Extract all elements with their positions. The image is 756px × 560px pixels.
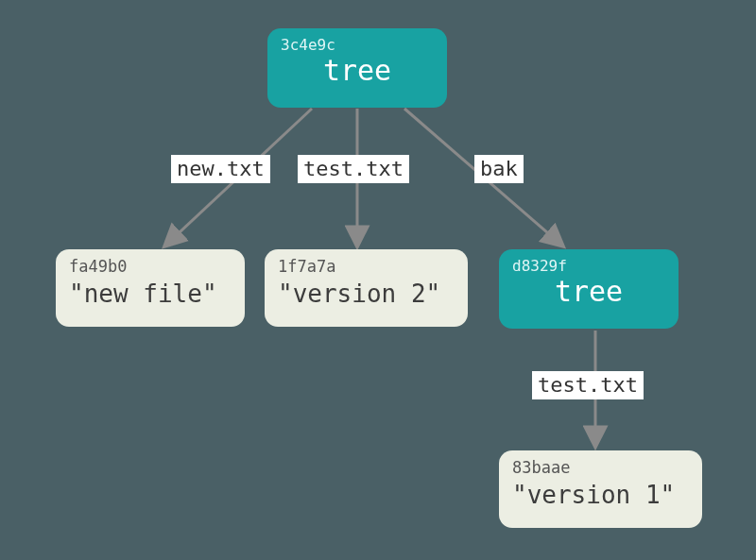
node-content: "version 1" xyxy=(512,481,689,509)
git-tree-diagram: 3c4e9c tree new.txt test.txt bak fa49b0 … xyxy=(0,0,756,560)
node-content: "new file" xyxy=(69,280,232,308)
node-blob-v1: 83baae "version 1" xyxy=(499,450,702,528)
node-hash: 1f7a7a xyxy=(278,257,455,276)
edge-label-bak: bak xyxy=(474,155,524,183)
node-content: "version 2" xyxy=(278,280,455,308)
node-hash: 3c4e9c xyxy=(281,36,434,54)
node-type: tree xyxy=(512,275,665,308)
node-blob-test: 1f7a7a "version 2" xyxy=(265,249,468,327)
node-blob-new: fa49b0 "new file" xyxy=(56,249,245,327)
edge-label-new-txt: new.txt xyxy=(171,155,270,183)
node-type: tree xyxy=(281,54,434,87)
node-subtree: d8329f tree xyxy=(499,249,679,329)
node-root-tree: 3c4e9c tree xyxy=(267,28,447,108)
node-hash: d8329f xyxy=(512,257,665,275)
node-hash: 83baae xyxy=(512,458,689,477)
edge-label-sub-test-txt: test.txt xyxy=(532,371,644,399)
edge-label-test-txt: test.txt xyxy=(298,155,409,183)
node-hash: fa49b0 xyxy=(69,257,232,276)
